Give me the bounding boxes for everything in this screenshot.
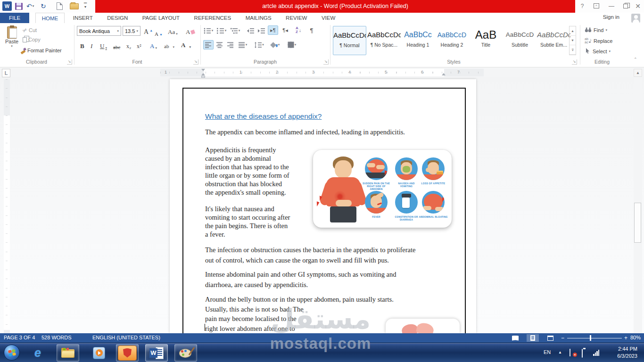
show-paragraph-marks-button[interactable]: ¶ xyxy=(306,25,317,35)
paste-button[interactable]: Paste ▾ xyxy=(3,25,21,57)
style-normal[interactable]: AaBbCcDc¶ Normal xyxy=(333,26,366,55)
zoom-slider-handle[interactable] xyxy=(590,335,591,341)
web-layout-button[interactable] xyxy=(544,334,556,342)
sort-button[interactable]: AZ↓ xyxy=(293,25,304,35)
vertical-scrollbar[interactable] xyxy=(634,77,642,333)
tab-insert[interactable]: INSERT xyxy=(67,13,99,23)
subscript-button[interactable]: x₂ xyxy=(126,41,131,50)
tab-file[interactable]: FILE xyxy=(0,13,29,23)
copy-button[interactable]: Copy xyxy=(23,37,41,42)
page-indicator[interactable]: PAGE 3 OF 4 xyxy=(4,335,35,340)
line-spacing-button[interactable]: ▾ xyxy=(253,40,266,49)
zoom-out-button[interactable]: − xyxy=(561,335,564,341)
sign-in-link[interactable]: Sign in xyxy=(603,14,619,20)
select-button[interactable]: Select▾ xyxy=(585,48,611,55)
font-dialog-launcher[interactable]: ↘ xyxy=(193,59,198,65)
grow-font-button[interactable]: A▲ xyxy=(144,26,153,36)
styles-gallery-scroll[interactable]: ▲▼⊽ xyxy=(569,26,576,55)
avatar[interactable] xyxy=(631,14,640,23)
redo-icon[interactable]: ↻ xyxy=(41,1,46,11)
tray-clipboard-icon[interactable] xyxy=(582,349,583,358)
scroll-up-arrow[interactable]: ▲ xyxy=(634,69,642,77)
justify-button[interactable]: ▾ xyxy=(236,40,249,49)
font-name-combo[interactable]: Book Antiqua▾ xyxy=(77,26,121,36)
right-to-left-text-button[interactable]: ¶◂ xyxy=(280,25,290,35)
style-no-spacing[interactable]: AaBbCcDc¶ No Spac... xyxy=(367,26,401,55)
left-indent-marker[interactable] xyxy=(201,76,205,78)
zoom-in-button[interactable]: + xyxy=(624,335,627,341)
appendix-image-partial[interactable] xyxy=(386,319,460,333)
cut-button[interactable]: ✂Cut xyxy=(23,27,37,33)
styles-dialog-launcher[interactable]: ↘ xyxy=(572,59,577,65)
undo-icon[interactable]: ↶▾ xyxy=(26,1,34,11)
highlight-color-button[interactable]: ab▾ xyxy=(164,40,174,49)
tab-selector[interactable]: L xyxy=(2,69,10,77)
word-count[interactable]: 528 WORDS xyxy=(41,335,72,340)
style-heading1[interactable]: AaBbCcHeading 1 xyxy=(401,26,435,55)
align-center-button[interactable] xyxy=(215,40,225,49)
scrollbar-thumb[interactable] xyxy=(634,203,641,243)
superscript-button[interactable]: x² xyxy=(137,41,141,50)
change-case-button[interactable]: Aa▾ xyxy=(168,26,178,36)
taskbar-brave[interactable] xyxy=(116,344,139,362)
shading-button[interactable]: ▾ xyxy=(269,40,282,49)
shrink-font-button[interactable]: A▼ xyxy=(155,27,163,37)
left-to-right-text-button[interactable]: ▸¶ xyxy=(268,25,278,35)
save-icon[interactable] xyxy=(15,3,23,10)
style-subtitle[interactable]: AaBbCcDSubtitle xyxy=(503,26,537,55)
clear-formatting-button[interactable]: A xyxy=(186,26,195,36)
close-button[interactable]: ✕ xyxy=(632,0,644,12)
font-color-button[interactable]: A▾ xyxy=(181,40,191,49)
find-button[interactable]: Find▾ xyxy=(585,27,607,33)
vertical-ruler[interactable] xyxy=(4,79,10,333)
italic-button[interactable]: I xyxy=(91,41,92,50)
align-left-button[interactable] xyxy=(203,40,214,49)
symptoms-infographic-image[interactable]: SUDDEN PAIN ON THE RIGHT SIDE OF ABDOMEN… xyxy=(313,150,452,228)
font-size-combo[interactable]: 13.5▾ xyxy=(123,26,140,36)
open-folder-icon[interactable] xyxy=(70,3,79,9)
format-painter-button[interactable]: Format Painter xyxy=(21,48,62,53)
document-area[interactable]: What are the diseases of appendix? The a… xyxy=(0,77,644,333)
ribbon-display-options-button[interactable]: ^ xyxy=(590,0,603,12)
taskbar-internet-explorer[interactable]: e xyxy=(26,344,49,362)
right-indent-marker[interactable] xyxy=(442,73,446,75)
increase-indent-button[interactable] xyxy=(256,26,266,35)
taskbar-paint[interactable] xyxy=(174,344,197,362)
strikethrough-button[interactable]: abc xyxy=(113,41,120,50)
replace-button[interactable]: abacReplace xyxy=(585,37,612,44)
read-mode-button[interactable] xyxy=(509,334,521,342)
horizontal-ruler[interactable]: 1 1 2 3 4 5 6 7 xyxy=(160,69,484,76)
tray-hidden-icons[interactable]: ▲ xyxy=(558,350,562,354)
print-layout-button[interactable] xyxy=(527,334,539,342)
qat-customize-icon[interactable]: ▔▾ xyxy=(84,1,87,11)
start-button[interactable] xyxy=(4,345,20,361)
taskbar-media-player[interactable] xyxy=(88,344,110,362)
bullets-button[interactable]: ▾ xyxy=(203,26,214,35)
decrease-indent-button[interactable] xyxy=(245,26,256,35)
taskbar-word[interactable]: W xyxy=(145,344,168,362)
bold-button[interactable]: B xyxy=(80,41,84,50)
tab-page-layout[interactable]: PAGE LAYOUT xyxy=(136,13,186,23)
tray-clock[interactable]: 2:44 PM6/3/2023 xyxy=(617,346,637,360)
text-effects-button[interactable]: A▾ xyxy=(150,41,157,50)
new-document-icon[interactable] xyxy=(57,2,63,10)
multilevel-list-button[interactable]: ▾ xyxy=(230,26,240,35)
clipboard-dialog-launcher[interactable]: ↘ xyxy=(67,59,72,65)
tab-design[interactable]: DESIGN xyxy=(101,13,134,23)
tab-mailings[interactable]: MAILINGS xyxy=(239,13,278,23)
align-right-button[interactable] xyxy=(225,40,236,49)
help-button[interactable]: ? xyxy=(576,0,588,12)
tab-view[interactable]: VIEW xyxy=(315,13,341,23)
zoom-slider-track[interactable] xyxy=(567,338,622,338)
borders-button[interactable]: ▾ xyxy=(285,40,299,49)
tab-review[interactable]: REVIEW xyxy=(280,13,313,23)
document-page[interactable]: What are the diseases of appendix? The a… xyxy=(170,79,476,333)
restore-button[interactable] xyxy=(619,0,632,12)
taskbar-file-explorer[interactable] xyxy=(57,344,79,362)
hanging-indent-marker[interactable] xyxy=(201,73,205,75)
zoom-percentage[interactable]: 80% xyxy=(630,335,641,340)
numbering-button[interactable]: ▾ xyxy=(216,26,227,35)
tab-references[interactable]: REFERENCES xyxy=(188,13,238,23)
style-title[interactable]: AaBTitle xyxy=(469,26,503,55)
style-heading2[interactable]: AaBbCcDHeading 2 xyxy=(435,26,469,55)
